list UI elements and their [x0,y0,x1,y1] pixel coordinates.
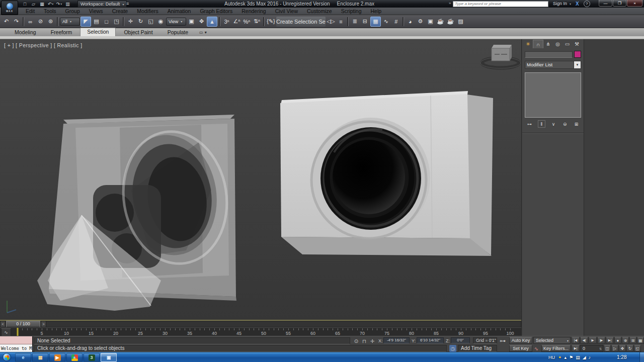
select-by-name-button[interactable]: ▤ [92,17,101,27]
field-of-view-icon[interactable]: ▷ [611,345,618,352]
viewport-label[interactable]: [ + ] [ Perspective ] [ Realistic ] [4,42,83,48]
pin-stack-icon[interactable]: ⊶ [526,121,533,127]
menu-item[interactable]: Graph Editors [195,8,237,15]
workspace-dropdown[interactable]: Workspace: Default [77,1,127,8]
project-folder-icon[interactable]: ▥ [64,1,71,7]
angle-snap-button[interactable]: ∠ⁿ [232,17,242,27]
zoom-extents-icon[interactable]: ⊞ [629,337,636,344]
redo-icon[interactable]: ↷ [12,17,21,27]
y-coord-field[interactable]: 6'10 14/32" [417,337,444,343]
modifier-list-dropdown[interactable]: Modifier List ▼ [525,61,581,69]
sign-in-dropdown-icon[interactable]: ▾ [570,2,571,6]
set-keys-button[interactable]: ⊶ [498,337,507,344]
time-slider-track[interactable] [46,321,521,327]
remove-modifier-icon[interactable]: ⊖ [561,121,568,127]
menu-item[interactable]: Customize [302,8,337,15]
object-color-swatch[interactable] [574,51,581,58]
help-icon[interactable]: ? [584,1,590,7]
key-wave-icon[interactable]: ∿ [533,345,540,352]
select-and-move-button[interactable]: ✛ [126,17,135,27]
viewcube[interactable] [480,45,521,68]
hierarchy-tab-icon[interactable]: ⋔ [543,40,553,48]
select-object-button[interactable]: ◤ [80,17,91,27]
curve-editor-button[interactable]: ∿ [381,17,391,27]
display-tab-icon[interactable]: ▭ [562,40,572,48]
ribbon-tab[interactable]: Modeling [8,29,43,36]
taskbar-clock[interactable]: 1:28 [617,352,626,362]
maxscript-mini-listener[interactable]: Welcome to M [0,336,33,352]
tray-update-icon[interactable]: ✦ [558,355,562,360]
align-button[interactable]: ≡ [336,17,346,27]
tray-clipboard-icon[interactable]: ▤ [576,355,580,360]
named-selection-dropdown[interactable]: Create Selection Se [276,17,326,27]
ribbon-tab[interactable]: Populate [161,29,195,36]
menu-item[interactable]: Create [108,8,133,15]
zoom-icon[interactable]: ⊕ [622,337,629,344]
ribbon-tab[interactable]: Selection [80,28,116,36]
workspace-menu-icon[interactable]: ≡ [126,1,129,6]
bind-to-space-warp-icon[interactable]: ⊛ [46,17,55,27]
maximize-viewport-icon[interactable]: ◱ [634,345,641,352]
viewport-canvas[interactable] [0,39,521,320]
spinner-snap-button[interactable]: ⇅ⁿ [252,17,262,27]
zoom-region-icon[interactable]: ◫ [604,345,611,352]
offset-mode-icon[interactable]: ✛ [368,337,376,344]
language-indicator[interactable]: HU [548,355,555,360]
keyboard-override-button[interactable]: ▲ [207,17,217,27]
render-iterative-button[interactable]: ☕ [446,17,455,27]
modify-tab-icon[interactable]: ∩ [533,40,543,48]
minimize-button[interactable]: — [599,0,612,7]
frame-spinner-icon[interactable]: ⇅ [599,347,602,350]
selection-filter-dropdown[interactable]: All [60,18,80,26]
object-name-field[interactable] [525,51,573,58]
next-frame-arrow[interactable]: > [41,321,46,327]
macro-recorder-pane[interactable] [0,336,32,344]
go-to-start-button[interactable]: |◀ [572,337,580,344]
mirror-button[interactable]: ◁▷ [326,17,336,27]
tray-expand-icon[interactable]: ▴ [565,355,567,360]
menu-item[interactable]: Tools [39,8,61,15]
render-production-button[interactable]: ☕ [436,17,445,27]
ribbon-tab[interactable]: Object Paint [117,29,159,36]
show-end-result-icon[interactable]: ‖ [538,120,545,128]
next-frame-button[interactable]: |▶ [597,337,605,344]
time-slider-handle[interactable]: 0 / 100 [6,321,40,327]
speaker-model-left[interactable] [37,115,236,311]
rectangular-selection-region-button[interactable]: □ [102,17,111,27]
add-time-tag-field[interactable]: Add Time Tag [458,345,497,352]
motion-tab-icon[interactable]: ◎ [553,40,562,48]
render-snapshot-button[interactable]: ▨ [456,17,465,27]
menu-item[interactable]: Civil View [271,8,302,15]
track-bar[interactable]: ∿ 51015202530354045505560657075808590951… [0,327,521,336]
zoom-extents-all-icon[interactable]: ▦ [637,337,644,344]
start-button[interactable] [3,353,11,361]
menu-item[interactable]: Edit [21,8,39,15]
previous-frame-button[interactable]: ◀| [580,337,588,344]
use-pivot-center-button[interactable]: ▣ [187,17,196,27]
taskbar-explorer-icon[interactable]: ▤ [32,353,48,362]
modifier-stack[interactable] [525,72,581,118]
select-and-scale-button[interactable]: ◱ [146,17,155,27]
taskbar-3dsmax-icon[interactable]: 3 [84,353,100,362]
menu-item[interactable]: Views [85,8,108,15]
tray-flag-icon[interactable]: ⚑ [569,355,573,360]
unlink-selection-icon[interactable]: ⊘ [36,17,45,27]
undo-quick-icon[interactable]: ↶ [47,1,54,7]
menu-item[interactable]: Animation [163,8,196,15]
application-menu-button[interactable]: MAX [1,1,18,15]
select-and-place-button[interactable]: ◉ [156,17,166,27]
utilities-tab-icon[interactable]: ⚒ [572,40,582,48]
pan-icon[interactable]: ✥ [619,345,626,352]
ribbon-tab[interactable]: Freeform [44,29,79,36]
menu-item[interactable]: Scripting [337,8,366,15]
render-setup-button[interactable]: ⚙ [416,17,425,27]
set-key-button[interactable]: Set Key [509,345,532,352]
menu-item[interactable]: Modifiers [132,8,163,15]
orbit-icon[interactable]: ↻ [626,345,633,352]
tray-volume-icon[interactable]: ♪ [589,355,591,360]
ribbon-overflow-icon[interactable]: ▭▾ [196,30,210,36]
speaker-model-right[interactable] [280,91,493,256]
go-to-end-button[interactable]: ▶| [606,337,614,344]
select-and-link-icon[interactable]: ∞ [26,17,35,27]
search-input[interactable]: Type a keyword or phrase [453,1,548,7]
